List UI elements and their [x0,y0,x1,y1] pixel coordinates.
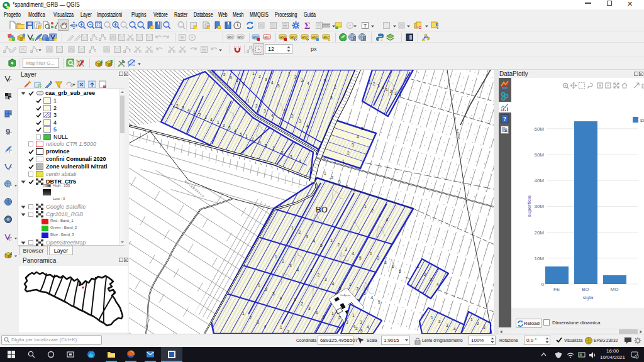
svg-text:3: 3 [430,277,432,282]
svg-text:3: 3 [265,77,267,82]
svg-text:2: 2 [390,89,392,94]
svg-text:4: 4 [299,159,301,163]
svg-text:3: 3 [364,291,366,295]
svg-text:3: 3 [379,213,381,217]
svg-text:4: 4 [453,327,456,331]
svg-text:10M: 10M [534,256,544,261]
svg-text:3: 3 [272,292,275,296]
svg-text:4: 4 [386,217,389,222]
svg-text:4: 4 [313,239,316,243]
svg-text:5: 5 [324,79,326,83]
svg-text:3: 3 [308,306,311,310]
svg-text:4: 4 [234,129,236,133]
svg-text:1: 1 [330,238,333,243]
svg-text:1: 1 [324,171,326,175]
svg-text:2: 2 [334,85,336,89]
svg-text:1: 1 [252,71,255,75]
svg-text:1: 1 [386,87,388,92]
svg-text:abc: abc [323,35,329,39]
svg-text:1: 1 [331,311,334,315]
svg-text:5: 5 [240,132,242,136]
svg-text:2: 2 [338,243,340,247]
svg-text:5: 5 [361,126,364,131]
svg-text:3: 3 [301,78,303,82]
svg-text:3: 3 [228,126,231,130]
svg-text:4: 4 [367,325,369,329]
svg-text:3: 3 [446,323,448,327]
svg-text:4: 4 [236,79,238,83]
svg-text:5: 5 [378,300,380,304]
svg-text:5: 5 [360,329,363,333]
svg-text:2: 2 [223,72,226,77]
svg-text:3: 3 [290,155,292,159]
svg-text:2: 2 [294,75,297,79]
svg-text:3: 3 [299,119,301,123]
svg-text:1: 1 [342,159,345,163]
svg-text:1: 1 [217,120,219,124]
svg-text:4: 4 [280,296,282,300]
svg-text:2: 2 [318,273,320,277]
svg-text:3: 3 [360,320,362,324]
svg-text:3: 3 [289,263,292,268]
svg-text:BO: BO [582,287,589,292]
svg-text:2: 2 [281,150,284,155]
svg-text:4: 4 [271,80,274,85]
svg-text:2: 2 [301,302,304,306]
svg-text:2: 2 [223,123,225,128]
svg-text:5: 5 [242,82,245,86]
svg-text:40M: 40M [534,178,544,184]
svg-text:1: 1 [310,268,313,273]
svg-text:1: 1 [369,80,371,84]
svg-text:abc: abc [238,35,243,39]
svg-text:4: 4 [210,118,213,122]
svg-text:1: 1 [349,282,352,287]
svg-text:2: 2 [331,175,334,180]
svg-text:2: 2 [252,137,254,141]
svg-text:2: 2 [355,326,358,331]
svg-text:1: 1 [364,204,367,209]
svg-text:1: 1 [170,101,173,106]
svg-text:2: 2 [265,287,268,292]
svg-text:5: 5 [277,84,280,88]
svg-text:3: 3 [345,247,347,251]
svg-text:2: 2 [424,272,426,277]
svg-text:1: 1 [284,109,286,113]
svg-text:3: 3 [346,320,348,324]
svg-text:5: 5 [359,256,362,260]
svg-text:60M: 60M [534,126,544,132]
svg-text:1: 1 [242,311,245,315]
svg-text:4: 4 [271,113,274,118]
svg-text:0: 0 [541,282,545,287]
svg-text:2: 2 [299,230,301,234]
svg-text:abc: abc [228,35,233,39]
svg-text:4: 4 [264,324,267,329]
svg-text:3: 3 [182,106,184,110]
svg-text:3: 3 [394,91,397,96]
svg-text:2: 2 [339,315,341,320]
svg-text:sigla: sigla [583,295,594,300]
svg-text:1: 1 [291,226,294,230]
svg-text:20M: 20M [534,230,544,236]
svg-text:4: 4 [382,85,384,90]
svg-text:BO: BO [316,205,328,214]
svg-text:4: 4 [436,282,439,287]
svg-text:2: 2 [199,112,201,117]
svg-text:3: 3 [483,325,486,329]
svg-text:4: 4 [392,265,394,269]
svg-text:3: 3 [264,109,266,113]
svg-text:abc: abc [264,35,270,39]
svg-text:2: 2 [258,74,261,79]
svg-text:2: 2 [372,209,374,213]
svg-text:4: 4 [352,251,355,256]
svg-text:?: ? [503,116,507,122]
svg-text:1: 1 [275,255,277,259]
svg-text:2: 2 [176,104,179,108]
svg-text:3: 3 [377,84,380,88]
svg-text:3: 3 [257,320,259,324]
svg-text:1: 1 [352,313,355,317]
svg-text:2: 2 [438,319,441,324]
svg-text:1: 1 [417,264,419,268]
svg-text:50M: 50M [534,152,544,158]
svg-text:2: 2 [291,114,294,118]
svg-text:1: 1 [280,325,282,329]
